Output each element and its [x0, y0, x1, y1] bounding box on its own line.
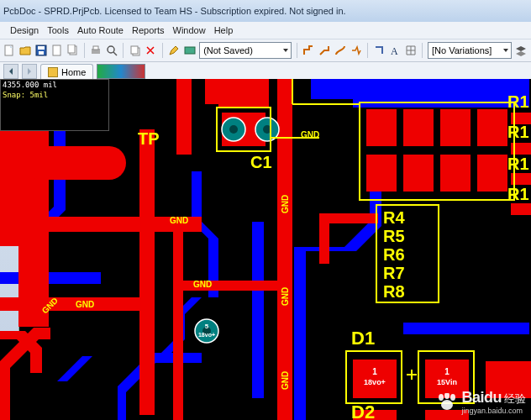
copy-button[interactable] [129, 42, 141, 59]
nav-back-button[interactable] [3, 64, 18, 79]
svg-rect-18 [252, 222, 264, 398]
svg-rect-20 [403, 323, 529, 334]
window-titlebar: PcbDoc - SPRD.PrjPcb. Licensed to Team H… [0, 0, 531, 22]
designator-r7: R7 [383, 264, 405, 282]
designator-r6: R6 [383, 245, 405, 264]
svg-text:5: 5 [205, 323, 209, 330]
cut-button[interactable] [145, 42, 157, 59]
variations-icon[interactable] [183, 42, 196, 59]
tab-home-label: Home [61, 67, 86, 77]
svg-rect-3 [39, 51, 44, 55]
doc2-button[interactable] [66, 42, 79, 59]
svg-rect-22 [205, 79, 220, 104]
designator-r5: R5 [383, 227, 405, 245]
menu-tools[interactable]: Tools [47, 25, 69, 35]
svg-rect-28 [0, 297, 143, 311]
pcb-canvas[interactable]: 4355.000 mil Snap: 5mil [0, 79, 531, 420]
page-button[interactable] [50, 42, 63, 59]
svg-line-10 [113, 52, 117, 55]
svg-rect-2 [38, 46, 45, 50]
svg-text:18vo+: 18vo+ [364, 378, 386, 386]
layers-icon[interactable] [515, 42, 528, 59]
svg-rect-12 [131, 46, 138, 54]
svg-rect-32 [403, 109, 434, 146]
variations-label: [No Variations] [432, 45, 492, 55]
place-text-icon[interactable]: A [389, 42, 402, 59]
svg-rect-47 [486, 361, 531, 398]
document-thumbnail[interactable] [97, 64, 145, 79]
svg-point-9 [108, 46, 114, 53]
designator-d1: D1 [351, 328, 375, 349]
main-menubar: Design Tools Auto Route Reports Window H… [0, 22, 531, 39]
grid-icon[interactable] [404, 42, 417, 59]
svg-rect-38 [477, 155, 507, 192]
menu-design[interactable]: Design [10, 25, 39, 35]
svg-text:1: 1 [372, 367, 377, 376]
svg-rect-19 [294, 247, 306, 420]
svg-rect-25 [18, 243, 49, 327]
svg-text:GND: GND [301, 130, 319, 139]
svg-rect-48 [173, 227, 183, 420]
big-pad [25, 146, 126, 180]
route-tool-3[interactable] [334, 42, 347, 59]
save-state-label: (Not Saved) [203, 45, 253, 55]
home-icon [48, 67, 58, 77]
route-tool-1[interactable] [302, 42, 315, 59]
svg-point-53 [229, 125, 238, 134]
svg-rect-46 [425, 410, 469, 420]
menu-help[interactable]: Help [214, 25, 234, 35]
route-tool-2[interactable] [318, 42, 331, 59]
svg-rect-35 [366, 155, 397, 192]
svg-rect-21 [176, 79, 192, 155]
open-button[interactable] [19, 42, 32, 59]
svg-rect-13 [185, 47, 195, 54]
svg-text:1: 1 [444, 367, 450, 376]
pencil-icon[interactable] [168, 42, 181, 59]
svg-rect-6 [68, 45, 75, 53]
separator [297, 43, 297, 58]
svg-text:GND: GND [281, 371, 290, 390]
svg-rect-42 [511, 203, 531, 215]
save-button[interactable] [35, 42, 48, 59]
new-doc-button[interactable] [3, 42, 16, 59]
ortho-icon[interactable] [373, 42, 386, 59]
svg-rect-29 [218, 79, 269, 108]
svg-rect-36 [403, 155, 434, 192]
tab-home[interactable]: Home [40, 64, 93, 80]
route-tool-4[interactable] [350, 42, 362, 59]
save-state-dropdown[interactable]: (Not Saved) [199, 42, 292, 59]
svg-text:GND: GND [281, 195, 290, 213]
designator-r14: R1 [507, 185, 529, 203]
designator-r8: R8 [383, 282, 405, 301]
designator-d2: D2 [351, 402, 375, 420]
separator [123, 43, 124, 58]
nav-fwd-button[interactable] [22, 64, 37, 79]
menu-window[interactable]: Window [173, 25, 206, 35]
main-toolbar: (Not Saved) A [No Variations] [0, 39, 531, 62]
svg-text:GND: GND [76, 300, 94, 309]
designator-r4: R4 [383, 208, 405, 227]
svg-rect-8 [93, 46, 98, 50]
designator-r13: R1 [507, 155, 529, 173]
separator [84, 43, 85, 58]
svg-rect-17 [0, 272, 101, 284]
separator [162, 43, 163, 58]
window-title: PcbDoc - SPRD.PrjPcb. Licensed to Team H… [3, 6, 346, 16]
print-button[interactable] [90, 42, 103, 59]
svg-text:GND: GND [193, 280, 212, 289]
svg-rect-4 [53, 45, 60, 55]
svg-text:15Vin: 15Vin [437, 378, 457, 386]
menu-reports[interactable]: Reports [132, 25, 165, 35]
svg-text:GND: GND [281, 287, 290, 306]
svg-rect-51 [319, 213, 378, 223]
svg-rect-27 [139, 129, 155, 415]
variations-dropdown[interactable]: [No Variations] [428, 42, 512, 59]
separator [422, 43, 423, 58]
designator-c1: C1 [250, 153, 272, 171]
svg-rect-34 [477, 109, 507, 146]
pcb-viewport[interactable]: 5 18vo+ C1 TP R4 R5 R6 R7 R8 R1 R1 R1 R1… [0, 79, 531, 420]
zoom-button[interactable] [106, 42, 118, 59]
designator-tp: TP [138, 129, 160, 148]
menu-auto-route[interactable]: Auto Route [77, 25, 124, 35]
svg-text:GND: GND [170, 216, 188, 225]
